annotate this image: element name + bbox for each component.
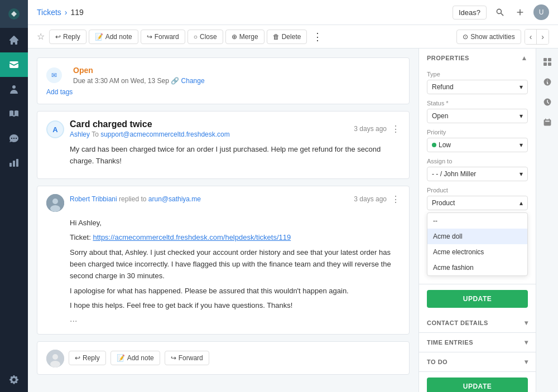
far-right-panel [536, 49, 558, 392]
update-button-1[interactable]: UPDATE [427, 290, 528, 308]
navigation-arrows: ‹ › [525, 29, 549, 45]
priority-select[interactable]: Low ▾ [427, 138, 528, 152]
nav-settings[interactable] [0, 367, 28, 392]
product-dropdown: -- Acme doll Acme electronics Acme fashi… [427, 212, 528, 276]
panel-info-icon[interactable] [538, 73, 556, 91]
next-ticket-button[interactable]: › [536, 30, 549, 44]
assign-chevron-icon: ▾ [519, 170, 523, 178]
svg-point-2 [52, 199, 58, 204]
status-icon: ✉ [46, 67, 62, 83]
recipient-email[interactable]: support@acmecommerceltd.freshdesk.com [100, 130, 230, 138]
message-sender-2: Robert Tribbiani replied to arun@sathiya… [70, 195, 354, 203]
update-button-2[interactable]: UPDATE [427, 378, 528, 392]
message-from: Ashley To support@acmecommerceltd.freshd… [70, 130, 354, 138]
forward-icon: ↪ [147, 33, 152, 41]
message-more-1[interactable]: ⋮ [391, 124, 400, 134]
message-body-2: Hi Ashley, Ticket: https://acmecommercel… [46, 217, 400, 312]
activities-icon: ⊙ [463, 33, 468, 41]
show-activities-button[interactable]: ⊙ Show activities [456, 30, 521, 44]
contact-details-chevron[interactable]: ▾ [525, 319, 528, 327]
robert-avatar [46, 194, 64, 212]
nav-home[interactable] [0, 28, 28, 52]
nav-tickets[interactable] [0, 52, 28, 77]
reply-to-email[interactable]: arun@sathiya.me [148, 195, 201, 203]
search-button[interactable] [493, 6, 507, 19]
ideas-button[interactable]: Ideas? [453, 6, 487, 20]
star-button[interactable]: ☆ [37, 31, 45, 42]
ticket-area: ✉ Open Due at 3:30 AM on Wed, 13 Sep 🔗 C… [28, 49, 419, 392]
todo-header: TO DO ▾ [419, 352, 536, 371]
type-select[interactable]: Refund ▾ [427, 80, 528, 94]
product-option-acme-fashion[interactable]: Acme fashion [427, 260, 527, 275]
message-card-2: Robert Tribbiani replied to arun@sathiya… [37, 186, 410, 335]
ticket-link[interactable]: https://acmecommerceltd.freshdesk.com/he… [93, 233, 291, 241]
due-date: Due at 3:30 AM on Wed, 13 Sep 🔗 Change [73, 77, 205, 85]
product-select[interactable]: Product ▴ [427, 196, 528, 210]
panel-grid-icon[interactable] [538, 53, 556, 71]
contact-details-section: CONTACT DETAILS ▾ [419, 313, 536, 333]
message-time-2: 3 days ago [354, 195, 387, 203]
delete-icon: 🗑 [273, 33, 280, 41]
reply-bar-forward-button[interactable]: ↪ Forward [165, 351, 209, 365]
svg-point-5 [52, 354, 58, 360]
status-label: Status * [427, 100, 528, 107]
message-body-1: My card has been charged twice for an or… [46, 144, 400, 167]
prev-ticket-button[interactable]: ‹ [525, 30, 537, 44]
more-button[interactable]: ⋮ [309, 30, 326, 44]
reply-button[interactable]: ↩ Reply [49, 30, 86, 44]
svg-point-6 [50, 361, 60, 367]
status-chevron-icon: ▾ [519, 112, 523, 120]
reply-user-avatar [46, 350, 64, 367]
user-avatar[interactable]: U [533, 4, 549, 20]
type-chevron-icon: ▾ [519, 83, 523, 91]
reply-icon: ↩ [55, 33, 61, 41]
content-area: ✉ Open Due at 3:30 AM on Wed, 13 Sep 🔗 C… [28, 49, 558, 392]
message-header-1: A Card charged twice Ashley To support@a… [46, 119, 400, 138]
nav-reports[interactable] [0, 151, 28, 175]
reply-bar: ↩ Reply 📝 Add note ↪ Forward [37, 341, 410, 375]
assign-select[interactable]: - - / John Miller ▾ [427, 167, 528, 181]
properties-chevron[interactable]: ▲ [521, 54, 528, 62]
panel-calendar-icon[interactable] [538, 113, 556, 131]
reply-bar-forward-icon: ↪ [171, 354, 176, 362]
add-note-button[interactable]: 📝 Add note [89, 30, 138, 44]
breadcrumb-tickets-link[interactable]: Tickets [37, 8, 61, 17]
add-button[interactable] [513, 6, 527, 19]
todo-chevron[interactable]: ▾ [525, 358, 528, 366]
nav-chat[interactable] [0, 126, 28, 151]
panel-clock-icon[interactable] [538, 93, 556, 111]
message-more-2[interactable]: ⋮ [391, 194, 400, 205]
time-entries-header: TIME ENTRIES ▾ [419, 333, 536, 352]
status-card: ✉ Open Due at 3:30 AM on Wed, 13 Sep 🔗 C… [37, 57, 410, 104]
merge-icon: ⊕ [232, 33, 237, 41]
todo-section: TO DO ▾ [419, 352, 536, 372]
product-option-acme-doll[interactable]: Acme doll [427, 229, 527, 244]
message-dots[interactable]: ··· [46, 316, 400, 326]
note-icon: 📝 [95, 33, 103, 41]
properties-section: PROPERTIES ▲ Type Refund ▾ Status * Open… [419, 49, 536, 284]
svg-rect-7 [543, 58, 547, 61]
add-tags-link[interactable]: Add tags [46, 88, 400, 96]
reply-bar-note-icon: 📝 [117, 354, 125, 362]
app-logo[interactable] [0, 0, 28, 28]
time-entries-section: TIME ENTRIES ▾ [419, 333, 536, 352]
close-icon: ○ [194, 33, 198, 41]
product-dropdown-container: Product ▴ -- Acme doll Acme electronics … [427, 196, 528, 276]
delete-button[interactable]: 🗑 Delete [267, 30, 307, 44]
reply-bar-reply-button[interactable]: ↩ Reply [69, 351, 106, 365]
product-chevron-icon: ▴ [519, 199, 523, 207]
product-option-empty[interactable]: -- [427, 213, 527, 229]
ashley-avatar: A [46, 120, 64, 138]
time-entries-chevron[interactable]: ▾ [525, 338, 528, 346]
merge-button[interactable]: ⊕ Merge [225, 30, 264, 44]
nav-contacts[interactable] [0, 77, 28, 101]
close-button[interactable]: ○ Close [187, 30, 223, 44]
product-option-acme-electronics[interactable]: Acme electronics [427, 244, 527, 260]
change-link[interactable]: 🔗 Change [171, 77, 204, 85]
properties-content: Type Refund ▾ Status * Open ▾ Priority [419, 67, 536, 284]
forward-button[interactable]: ↪ Forward [141, 30, 185, 44]
assign-label: Assign to [427, 158, 528, 164]
nav-books[interactable] [0, 101, 28, 126]
status-select[interactable]: Open ▾ [427, 109, 528, 123]
reply-bar-note-button[interactable]: 📝 Add note [110, 351, 160, 365]
